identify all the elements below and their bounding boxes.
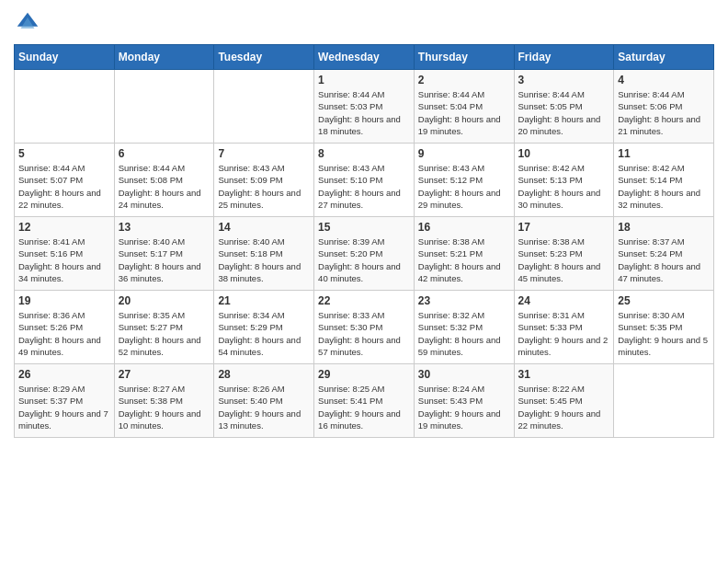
day-cell: 4Sunrise: 8:44 AMSunset: 5:06 PMDaylight… bbox=[614, 70, 714, 144]
day-cell bbox=[214, 70, 314, 144]
day-info: Sunrise: 8:26 AMSunset: 5:40 PMDaylight:… bbox=[218, 383, 310, 431]
day-number: 18 bbox=[618, 221, 710, 234]
day-info: Sunrise: 8:36 AMSunset: 5:26 PMDaylight:… bbox=[18, 309, 110, 358]
day-number: 27 bbox=[119, 368, 210, 381]
day-info: Sunrise: 8:44 AMSunset: 5:03 PMDaylight:… bbox=[318, 88, 410, 137]
day-info: Sunrise: 8:44 AMSunset: 5:07 PMDaylight:… bbox=[18, 162, 110, 211]
day-info: Sunrise: 8:43 AMSunset: 5:10 PMDaylight:… bbox=[318, 162, 410, 211]
day-info: Sunrise: 8:41 AMSunset: 5:16 PMDaylight:… bbox=[18, 236, 110, 284]
day-number: 7 bbox=[218, 147, 310, 160]
day-info: Sunrise: 8:43 AMSunset: 5:12 PMDaylight:… bbox=[418, 162, 510, 211]
header-sunday: Sunday bbox=[15, 45, 115, 70]
header-saturday: Saturday bbox=[614, 45, 714, 70]
day-info: Sunrise: 8:40 AMSunset: 5:17 PMDaylight:… bbox=[119, 236, 210, 284]
day-cell: 6Sunrise: 8:44 AMSunset: 5:08 PMDaylight… bbox=[114, 144, 214, 217]
day-info: Sunrise: 8:44 AMSunset: 5:06 PMDaylight:… bbox=[618, 88, 710, 137]
day-cell: 11Sunrise: 8:42 AMSunset: 5:14 PMDayligh… bbox=[614, 144, 714, 217]
day-number: 9 bbox=[418, 147, 510, 160]
week-row-2: 5Sunrise: 8:44 AMSunset: 5:07 PMDaylight… bbox=[15, 144, 714, 217]
day-number: 6 bbox=[119, 147, 210, 160]
day-info: Sunrise: 8:22 AMSunset: 5:45 PMDaylight:… bbox=[518, 383, 610, 431]
day-number: 21 bbox=[218, 294, 310, 307]
header-row: SundayMondayTuesdayWednesdayThursdayFrid… bbox=[15, 45, 714, 70]
header-tuesday: Tuesday bbox=[214, 45, 314, 70]
day-number: 20 bbox=[119, 294, 210, 307]
day-cell: 28Sunrise: 8:26 AMSunset: 5:40 PMDayligh… bbox=[214, 364, 314, 438]
day-cell: 25Sunrise: 8:30 AMSunset: 5:35 PMDayligh… bbox=[614, 291, 714, 364]
logo bbox=[14, 9, 45, 37]
day-cell: 2Sunrise: 8:44 AMSunset: 5:04 PMDaylight… bbox=[414, 70, 514, 144]
day-cell: 19Sunrise: 8:36 AMSunset: 5:26 PMDayligh… bbox=[15, 291, 115, 364]
day-cell: 20Sunrise: 8:35 AMSunset: 5:27 PMDayligh… bbox=[114, 291, 214, 364]
day-info: Sunrise: 8:38 AMSunset: 5:23 PMDaylight:… bbox=[518, 236, 610, 284]
day-cell: 10Sunrise: 8:42 AMSunset: 5:13 PMDayligh… bbox=[514, 144, 614, 217]
day-number: 15 bbox=[318, 221, 410, 234]
day-number: 4 bbox=[618, 74, 710, 86]
header-wednesday: Wednesday bbox=[314, 45, 415, 70]
day-cell: 22Sunrise: 8:33 AMSunset: 5:30 PMDayligh… bbox=[314, 291, 415, 364]
day-number: 24 bbox=[518, 294, 610, 307]
day-cell: 29Sunrise: 8:25 AMSunset: 5:41 PMDayligh… bbox=[314, 364, 415, 438]
day-cell: 15Sunrise: 8:39 AMSunset: 5:20 PMDayligh… bbox=[314, 217, 415, 291]
day-cell: 12Sunrise: 8:41 AMSunset: 5:16 PMDayligh… bbox=[15, 217, 115, 291]
day-info: Sunrise: 8:32 AMSunset: 5:32 PMDaylight:… bbox=[418, 309, 510, 358]
day-cell bbox=[114, 70, 214, 144]
day-cell: 13Sunrise: 8:40 AMSunset: 5:17 PMDayligh… bbox=[114, 217, 214, 291]
day-cell: 31Sunrise: 8:22 AMSunset: 5:45 PMDayligh… bbox=[514, 364, 614, 438]
day-info: Sunrise: 8:29 AMSunset: 5:37 PMDaylight:… bbox=[18, 383, 110, 431]
day-cell: 5Sunrise: 8:44 AMSunset: 5:07 PMDaylight… bbox=[15, 144, 115, 217]
day-info: Sunrise: 8:40 AMSunset: 5:18 PMDaylight:… bbox=[218, 236, 310, 284]
day-number: 30 bbox=[418, 368, 510, 381]
day-info: Sunrise: 8:44 AMSunset: 5:08 PMDaylight:… bbox=[119, 162, 210, 211]
day-info: Sunrise: 8:33 AMSunset: 5:30 PMDaylight:… bbox=[318, 309, 410, 358]
day-number: 3 bbox=[518, 74, 610, 86]
logo-icon bbox=[14, 9, 41, 37]
day-info: Sunrise: 8:34 AMSunset: 5:29 PMDaylight:… bbox=[218, 309, 310, 358]
day-number: 13 bbox=[119, 221, 210, 234]
header-thursday: Thursday bbox=[414, 45, 514, 70]
day-number: 19 bbox=[18, 294, 110, 307]
day-info: Sunrise: 8:37 AMSunset: 5:24 PMDaylight:… bbox=[618, 236, 710, 284]
day-cell: 21Sunrise: 8:34 AMSunset: 5:29 PMDayligh… bbox=[214, 291, 314, 364]
day-info: Sunrise: 8:42 AMSunset: 5:13 PMDaylight:… bbox=[518, 162, 610, 211]
day-number: 29 bbox=[318, 368, 410, 381]
calendar-table: SundayMondayTuesdayWednesdayThursdayFrid… bbox=[14, 44, 714, 438]
day-number: 22 bbox=[318, 294, 410, 307]
day-number: 23 bbox=[418, 294, 510, 307]
day-number: 12 bbox=[18, 221, 110, 234]
week-row-4: 19Sunrise: 8:36 AMSunset: 5:26 PMDayligh… bbox=[15, 291, 714, 364]
day-info: Sunrise: 8:38 AMSunset: 5:21 PMDaylight:… bbox=[418, 236, 510, 284]
day-cell bbox=[15, 70, 115, 144]
day-info: Sunrise: 8:43 AMSunset: 5:09 PMDaylight:… bbox=[218, 162, 310, 211]
day-cell: 23Sunrise: 8:32 AMSunset: 5:32 PMDayligh… bbox=[414, 291, 514, 364]
day-info: Sunrise: 8:44 AMSunset: 5:05 PMDaylight:… bbox=[518, 88, 610, 137]
day-cell bbox=[614, 364, 714, 438]
day-number: 17 bbox=[518, 221, 610, 234]
day-info: Sunrise: 8:44 AMSunset: 5:04 PMDaylight:… bbox=[418, 88, 510, 137]
week-row-3: 12Sunrise: 8:41 AMSunset: 5:16 PMDayligh… bbox=[15, 217, 714, 291]
day-info: Sunrise: 8:31 AMSunset: 5:33 PMDaylight:… bbox=[518, 309, 610, 358]
day-info: Sunrise: 8:24 AMSunset: 5:43 PMDaylight:… bbox=[418, 383, 510, 431]
header-friday: Friday bbox=[514, 45, 614, 70]
day-cell: 27Sunrise: 8:27 AMSunset: 5:38 PMDayligh… bbox=[114, 364, 214, 438]
calendar-page: SundayMondayTuesdayWednesdayThursdayFrid… bbox=[0, 0, 728, 563]
day-number: 10 bbox=[518, 147, 610, 160]
day-info: Sunrise: 8:39 AMSunset: 5:20 PMDaylight:… bbox=[318, 236, 410, 284]
day-info: Sunrise: 8:42 AMSunset: 5:14 PMDaylight:… bbox=[618, 162, 710, 211]
day-number: 1 bbox=[318, 74, 410, 86]
header bbox=[14, 9, 714, 37]
day-info: Sunrise: 8:25 AMSunset: 5:41 PMDaylight:… bbox=[318, 383, 410, 431]
day-info: Sunrise: 8:35 AMSunset: 5:27 PMDaylight:… bbox=[119, 309, 210, 358]
day-info: Sunrise: 8:27 AMSunset: 5:38 PMDaylight:… bbox=[119, 383, 210, 431]
day-cell: 14Sunrise: 8:40 AMSunset: 5:18 PMDayligh… bbox=[214, 217, 314, 291]
day-cell: 3Sunrise: 8:44 AMSunset: 5:05 PMDaylight… bbox=[514, 70, 614, 144]
day-cell: 16Sunrise: 8:38 AMSunset: 5:21 PMDayligh… bbox=[414, 217, 514, 291]
day-number: 25 bbox=[618, 294, 710, 307]
week-row-5: 26Sunrise: 8:29 AMSunset: 5:37 PMDayligh… bbox=[15, 364, 714, 438]
day-number: 16 bbox=[418, 221, 510, 234]
header-monday: Monday bbox=[114, 45, 214, 70]
day-number: 31 bbox=[518, 368, 610, 381]
day-cell: 1Sunrise: 8:44 AMSunset: 5:03 PMDaylight… bbox=[314, 70, 415, 144]
day-info: Sunrise: 8:30 AMSunset: 5:35 PMDaylight:… bbox=[618, 309, 710, 358]
week-row-1: 1Sunrise: 8:44 AMSunset: 5:03 PMDaylight… bbox=[15, 70, 714, 144]
